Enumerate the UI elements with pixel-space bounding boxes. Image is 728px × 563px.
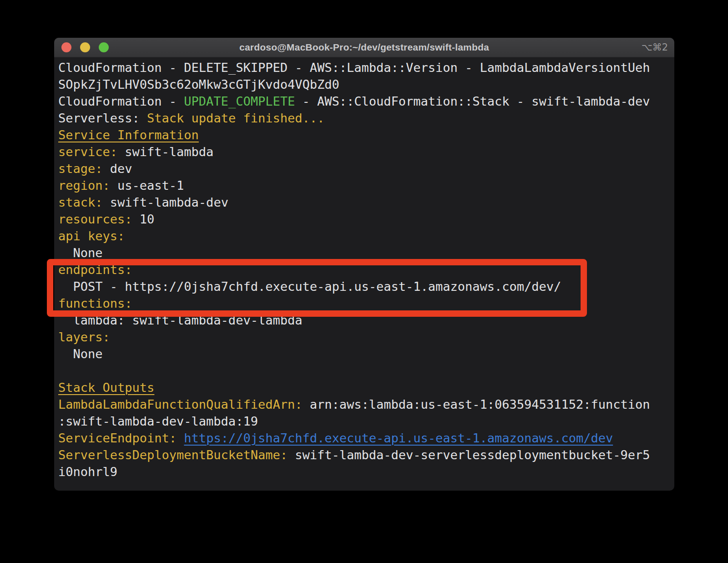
window-titlebar[interactable]: cardoso@MacBook-Pro:~/dev/getstream/swif… [54, 38, 674, 57]
terminal-line: CloudFormation - DELETE_SKIPPED - AWS::L… [58, 59, 670, 76]
terminal-text: SOpkZjTvLHV0Sb3c62oMkw3cGTjKvdo4VQbZd0 [58, 77, 339, 91]
terminal-line: POST - https://0jsha7chfd.execute-api.us… [58, 278, 670, 295]
zoom-button[interactable] [99, 42, 109, 52]
terminal-line: service: swift-lambda [58, 143, 670, 160]
terminal-text: swift-lambda-dev-serverlessdeploymentbuc… [288, 448, 650, 462]
terminal-text: i0nohrl9 [58, 465, 117, 479]
terminal-line: stack: swift-lambda-dev [58, 194, 670, 211]
terminal-line: region: us-east-1 [58, 177, 670, 194]
terminal-text: LambdaLambdaFunctionQualifiedArn: [58, 397, 302, 411]
terminal-text: arn:aws:lambda:us-east-1:063594531152:fu… [302, 397, 650, 411]
terminal-text: None [58, 347, 103, 361]
terminal-text: resources: [58, 212, 132, 226]
terminal-text: - AWS::CloudFormation::Stack - swift-lam… [295, 94, 650, 108]
window-title: cardoso@MacBook-Pro:~/dev/getstream/swif… [239, 42, 489, 53]
terminal-line: lambda: swift-lambda-dev-lambda [58, 312, 670, 329]
terminal-text: Service Information [58, 128, 199, 142]
terminal-text: CloudFormation - [58, 94, 184, 108]
terminal-line: ServiceEndpoint: https://0jsha7chfd.exec… [58, 430, 670, 446]
traffic-lights [61, 42, 109, 52]
terminal-text: ServiceEndpoint: [58, 431, 177, 445]
terminal-text: stage: [58, 162, 103, 176]
desktop-background: cardoso@MacBook-Pro:~/dev/getstream/swif… [0, 0, 728, 563]
terminal-text: endpoints: [58, 263, 132, 277]
terminal-text: swift-lambda-dev [103, 195, 228, 209]
terminal-text: region: [58, 178, 110, 193]
terminal-text: 10 [132, 212, 155, 226]
terminal-text: swift-lambda [117, 145, 213, 159]
terminal-text: CloudFormation - DELETE_SKIPPED - AWS::L… [58, 61, 650, 75]
terminal-text: Stack update finished... [147, 111, 324, 125]
terminal-text: None [58, 246, 103, 260]
terminal-line: LambdaLambdaFunctionQualifiedArn: arn:aw… [58, 396, 670, 413]
terminal-line: SOpkZjTvLHV0Sb3c62oMkw3cGTjKvdo4VQbZd0 [58, 76, 670, 93]
terminal-text [177, 431, 184, 445]
terminal-line: Stack Outputs [58, 379, 670, 396]
terminal-text: Serverless: [58, 111, 147, 125]
terminal-line: layers: [58, 329, 670, 345]
terminal-output[interactable]: CloudFormation - DELETE_SKIPPED - AWS::L… [54, 57, 674, 480]
terminal-line: Service Information [58, 127, 670, 143]
minimize-button[interactable] [80, 42, 90, 52]
close-button[interactable] [61, 42, 71, 52]
terminal-text: :swift-lambda-dev-lambda:19 [58, 414, 258, 428]
terminal-text: Stack Outputs [58, 380, 154, 395]
terminal-text: dev [103, 162, 132, 176]
terminal-line [58, 362, 670, 379]
terminal-line: None [58, 244, 670, 261]
terminal-text: us-east-1 [110, 178, 184, 193]
terminal-link[interactable]: https://0jsha7chfd.execute-api.us-east-1… [184, 431, 613, 445]
terminal-line: Serverless: Stack update finished... [58, 110, 670, 127]
terminal-line: resources: 10 [58, 211, 670, 228]
terminal-line: i0nohrl9 [58, 463, 670, 480]
terminal-text: layers: [58, 330, 110, 344]
terminal-text: stack: [58, 195, 103, 209]
terminal-text: UPDATE_COMPLETE [184, 94, 295, 108]
terminal-window: cardoso@MacBook-Pro:~/dev/getstream/swif… [54, 38, 674, 491]
terminal-text: api keys: [58, 229, 125, 243]
terminal-line: functions: [58, 295, 670, 312]
terminal-line: endpoints: [58, 261, 670, 278]
terminal-line: ServerlessDeploymentBucketName: swift-la… [58, 446, 670, 463]
terminal-text: ServerlessDeploymentBucketName: [58, 448, 288, 462]
terminal-text: service: [58, 145, 117, 159]
terminal-text: functions: [58, 296, 132, 310]
terminal-line: :swift-lambda-dev-lambda:19 [58, 413, 670, 430]
terminal-text: POST - https://0jsha7chfd.execute-api.us… [58, 279, 561, 294]
terminal-text: lambda: swift-lambda-dev-lambda [58, 313, 302, 327]
terminal-line: stage: dev [58, 160, 670, 177]
terminal-line: None [58, 345, 670, 362]
terminal-line: api keys: [58, 228, 670, 244]
terminal-line: CloudFormation - UPDATE_COMPLETE - AWS::… [58, 93, 670, 110]
window-shortcut-badge: ⌥⌘2 [641, 42, 668, 53]
